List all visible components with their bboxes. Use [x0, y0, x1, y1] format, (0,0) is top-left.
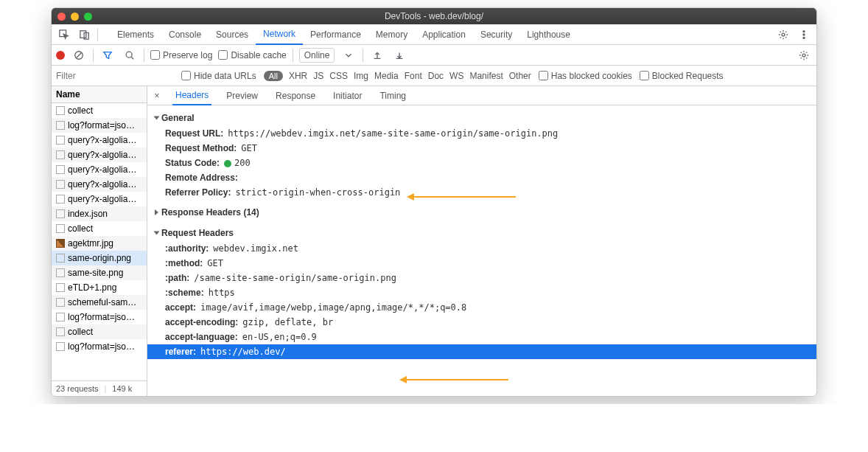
- clear-icon[interactable]: [71, 47, 87, 63]
- type-filter-xhr[interactable]: XHR: [289, 71, 307, 81]
- detail-tab-initiator[interactable]: Initiator: [330, 86, 365, 105]
- type-filter-font[interactable]: Font: [405, 71, 422, 81]
- request-row[interactable]: query?x-algolia…: [52, 147, 147, 162]
- type-filter-img[interactable]: Img: [354, 71, 368, 81]
- request-row[interactable]: query?x-algolia…: [52, 177, 147, 192]
- request-name: query?x-algolia…: [68, 150, 136, 160]
- panel-tab-elements[interactable]: Elements: [110, 24, 161, 45]
- request-row[interactable]: query?x-algolia…: [52, 162, 147, 177]
- maximize-window-icon[interactable]: [84, 13, 92, 21]
- request-row[interactable]: log?format=jso…: [52, 118, 147, 133]
- filter-bar: Hide data URLs AllXHRJSCSSImgMediaFontDo…: [52, 66, 816, 86]
- header-row: :scheme:https: [147, 285, 816, 300]
- header-value: https://web.dev/: [200, 347, 286, 357]
- request-detail-panel: × HeadersPreviewResponseInitiatorTiming …: [147, 86, 816, 396]
- throttling-select[interactable]: Online: [299, 48, 335, 63]
- request-row[interactable]: index.json: [52, 206, 147, 221]
- network-settings-icon[interactable]: [796, 47, 812, 63]
- window-title: DevTools - web.dev/blog/: [52, 11, 816, 21]
- header-key: :method:: [165, 258, 203, 268]
- type-filter-media[interactable]: Media: [374, 71, 399, 81]
- general-section-header[interactable]: General: [147, 110, 816, 126]
- request-row[interactable]: query?x-algolia…: [52, 192, 147, 206]
- panel-tab-lighthouse[interactable]: Lighthouse: [519, 24, 578, 45]
- header-value: image/avif,image/webp,image/apng,image/*…: [200, 302, 466, 313]
- header-value: en-US,en;q=0.9: [242, 332, 317, 342]
- type-filter-doc[interactable]: Doc: [428, 71, 444, 81]
- svg-point-5: [803, 33, 805, 35]
- document-file-icon: [56, 298, 65, 307]
- device-toggle-icon[interactable]: [77, 27, 93, 43]
- response-headers-title: Response Headers (14): [161, 207, 259, 218]
- type-filter-css[interactable]: CSS: [329, 71, 348, 81]
- document-file-icon: [56, 136, 65, 145]
- separator: [144, 49, 144, 62]
- detail-tab-headers[interactable]: Headers: [172, 86, 211, 105]
- request-row[interactable]: collect: [52, 103, 147, 118]
- type-filter-all[interactable]: All: [264, 71, 283, 81]
- header-row: Request URL:https://webdev.imgix.net/sam…: [147, 126, 816, 141]
- request-row[interactable]: agektmr.jpg: [52, 236, 147, 251]
- detail-tab-timing[interactable]: Timing: [377, 86, 409, 105]
- request-row[interactable]: same-origin.png: [52, 251, 147, 265]
- panel-tab-memory[interactable]: Memory: [368, 24, 415, 45]
- document-file-icon: [56, 209, 65, 218]
- filter-icon[interactable]: [99, 47, 116, 63]
- request-headers-section-header[interactable]: Request Headers: [147, 225, 816, 241]
- svg-point-11: [802, 54, 805, 57]
- search-icon[interactable]: [122, 47, 138, 63]
- inspect-icon[interactable]: [56, 27, 72, 43]
- separator: [293, 49, 293, 62]
- header-value: webdev.imgix.net: [213, 243, 298, 254]
- upload-har-icon[interactable]: [369, 47, 385, 63]
- request-row[interactable]: schemeful-sam…: [52, 295, 147, 310]
- record-button[interactable]: [56, 51, 65, 60]
- main-toolbar: ElementsConsoleSourcesNetworkPerformance…: [52, 24, 816, 45]
- request-row[interactable]: collect: [52, 324, 147, 339]
- download-har-icon[interactable]: [391, 47, 407, 63]
- hide-data-urls-checkbox[interactable]: Hide data URLs: [181, 71, 256, 81]
- request-row[interactable]: query?x-algolia…: [52, 133, 147, 147]
- detail-tab-preview[interactable]: Preview: [223, 86, 261, 105]
- type-filter-other[interactable]: Other: [509, 71, 531, 81]
- throttling-dropdown-icon[interactable]: [340, 47, 357, 63]
- header-key: :path:: [165, 273, 189, 283]
- window-controls: [57, 13, 92, 21]
- panel-tab-performance[interactable]: Performance: [303, 24, 368, 45]
- request-row[interactable]: log?format=jso…: [52, 310, 147, 324]
- minimize-window-icon[interactable]: [71, 13, 79, 21]
- panel-tab-console[interactable]: Console: [161, 24, 209, 45]
- request-name: collect: [68, 327, 93, 337]
- close-detail-icon[interactable]: ×: [150, 91, 164, 101]
- detail-tab-response[interactable]: Response: [273, 86, 318, 105]
- status-ok-icon: [224, 160, 231, 167]
- more-icon[interactable]: [796, 27, 812, 43]
- type-filter-ws[interactable]: WS: [449, 71, 463, 81]
- has-blocked-cookies-checkbox[interactable]: Has blocked cookies: [539, 71, 632, 81]
- document-file-icon: [56, 180, 65, 189]
- request-row[interactable]: log?format=jso…: [52, 339, 147, 354]
- disable-cache-label: Disable cache: [231, 50, 286, 60]
- disable-cache-checkbox[interactable]: Disable cache: [218, 50, 286, 60]
- response-headers-section-header[interactable]: Response Headers (14): [147, 204, 816, 220]
- name-column-header[interactable]: Name: [52, 86, 147, 103]
- type-filter-manifest[interactable]: Manifest: [469, 71, 503, 81]
- panel-tab-sources[interactable]: Sources: [209, 24, 256, 45]
- annotation-arrow-referer: [405, 379, 508, 380]
- header-value: gzip, deflate, br: [242, 317, 333, 327]
- settings-icon[interactable]: [775, 27, 791, 43]
- throttling-value: Online: [304, 50, 330, 60]
- request-row[interactable]: collect: [52, 221, 147, 236]
- request-row[interactable]: eTLD+1.png: [52, 280, 147, 295]
- panel-tab-application[interactable]: Application: [415, 24, 473, 45]
- panel-tab-security[interactable]: Security: [473, 24, 519, 45]
- preserve-log-checkbox[interactable]: Preserve log: [150, 50, 212, 60]
- blocked-requests-checkbox[interactable]: Blocked Requests: [640, 71, 724, 81]
- request-name: query?x-algolia…: [68, 194, 136, 204]
- close-window-icon[interactable]: [57, 13, 66, 21]
- header-key: accept-encoding:: [165, 317, 238, 327]
- type-filter-js[interactable]: JS: [313, 71, 323, 81]
- request-row[interactable]: same-site.png: [52, 265, 147, 280]
- panel-tab-network[interactable]: Network: [256, 24, 303, 45]
- filter-input[interactable]: [56, 71, 174, 81]
